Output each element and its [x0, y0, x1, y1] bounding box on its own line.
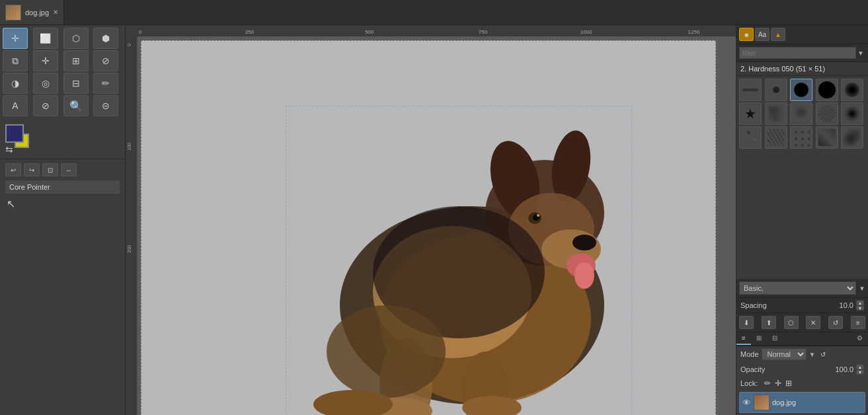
tab-thumbnail — [5, 5, 21, 20]
ruler-h-tick-0: 0 — [139, 29, 141, 35]
opacity-label: Opacity — [740, 365, 835, 373]
brush-name-bar: 2. Hardness 050 (51 × 51) — [736, 62, 868, 76]
ruler-h-inner: 0 250 500 750 1000 1250 — [138, 25, 736, 36]
tool-name-label: Core Pointer — [9, 183, 50, 191]
tool-smudge[interactable]: ⊘ — [93, 50, 118, 71]
filter-bar: ▼ — [736, 44, 868, 62]
canvas — [141, 40, 716, 415]
undo-icon[interactable]: ↩ — [5, 163, 21, 176]
brush-tab-tag[interactable]: ⊟ — [767, 332, 783, 345]
tool-pattern[interactable]: ⊞ — [63, 50, 89, 71]
brush-item-2[interactable] — [765, 79, 787, 101]
brush-tab-grid[interactable]: ⊞ — [751, 332, 767, 345]
canvas-viewport[interactable] — [138, 37, 736, 415]
tool-paths[interactable]: ⊝ — [93, 95, 118, 116]
brush-item-7[interactable] — [765, 102, 787, 125]
opacity-row: Opacity 100.0 ▲ ▼ — [736, 362, 868, 377]
brush-preset-select[interactable]: Basic, — [739, 282, 856, 295]
tab-close-button[interactable]: ✕ — [53, 9, 58, 16]
brush-action-refresh[interactable]: ↺ — [828, 316, 843, 329]
tabs-spacer — [783, 332, 851, 345]
fonts-panel-icon[interactable]: Aa — [755, 28, 769, 41]
lock-paint-icon[interactable]: ✏ — [764, 379, 771, 388]
brush-action-delete[interactable]: ✕ — [806, 316, 820, 329]
top-bar: dog.jpg ✕ — [0, 0, 868, 25]
tool-free-select[interactable]: ⬡ — [63, 28, 89, 49]
foreground-color[interactable] — [5, 124, 24, 143]
tool-text[interactable]: A — [3, 95, 28, 116]
opacity-spinner: ▲ ▼ — [856, 364, 864, 375]
redo-icon[interactable]: ↪ — [24, 163, 40, 176]
layer-visibility-icon[interactable]: 👁 — [742, 398, 751, 408]
brush-action-duplicate[interactable]: ⬡ — [784, 316, 799, 329]
tool-pointer-icon: ↖ — [5, 196, 120, 211]
brush-action-save[interactable]: ⬇ — [739, 316, 754, 329]
expand-icon[interactable]: ↔ — [61, 163, 77, 176]
brushes-panel-icon[interactable]: ■ — [739, 28, 754, 41]
ruler-h-tick-1250: 1250 — [688, 29, 700, 35]
brush-item-10[interactable] — [841, 102, 863, 125]
tool-rect-select[interactable]: ⬜ — [33, 28, 58, 49]
spacing-up-button[interactable]: ▲ — [856, 300, 864, 305]
ruler-h-tick-500: 500 — [365, 29, 374, 35]
layer-item-dog[interactable]: 👁 dog.jpg — [739, 392, 865, 413]
preset-dropdown-icon[interactable]: ▼ — [859, 285, 865, 292]
tool-pencil[interactable]: ✏ — [93, 73, 118, 94]
lock-label: Lock: — [740, 379, 758, 387]
brush-item-11[interactable] — [739, 126, 762, 149]
brush-item-3[interactable] — [790, 79, 812, 101]
ruler-h-tick-1000: 1000 — [580, 29, 592, 35]
brush-item-15[interactable] — [841, 126, 863, 149]
brush-preview-grid[interactable]: ★ — [736, 76, 868, 279]
layer-name-label: dog.jpg — [772, 398, 796, 406]
tool-grid: ✛ ⬜ ⬡ ⬢ ⧉ ✛ ⊞ ⊘ ◑ ◎ ⊟ ✏ A ⊘ 🔍 ⊝ — [0, 25, 125, 119]
brush-item-9[interactable] — [816, 102, 838, 125]
brush-item-4[interactable] — [816, 79, 838, 101]
brush-filter-input[interactable] — [739, 47, 856, 59]
tab-label: dog.jpg — [25, 9, 49, 17]
mode-reset-icon[interactable]: ↺ — [820, 351, 826, 358]
lock-alpha-icon[interactable]: ⊞ — [785, 379, 792, 388]
ruler-vertical: 0 100 200 — [126, 37, 138, 415]
brush-action-new[interactable]: ⬆ — [762, 316, 776, 329]
brush-action-row: ⬇ ⬆ ⬡ ✕ ↺ ≡ — [736, 313, 868, 332]
opacity-up[interactable]: ▲ — [856, 364, 864, 369]
brush-item-1[interactable] — [739, 79, 762, 101]
color-area: ⇆ — [0, 119, 125, 159]
history-icon[interactable]: ⊡ — [42, 163, 58, 176]
ruler-h-tick-250: 250 — [245, 29, 254, 35]
right-panel: ■ Aa ▲ ▼ 2. Hardness 050 (51 × 51) — [736, 25, 868, 415]
tool-eraser[interactable]: ⊟ — [63, 73, 89, 94]
image-tab[interactable]: dog.jpg ✕ — [0, 0, 64, 24]
filter-dropdown-icon[interactable]: ▼ — [856, 50, 865, 57]
tool-move[interactable]: ✛ — [3, 28, 28, 49]
brush-sub-tabs: ≡ ⊞ ⊟ ⚙ — [736, 332, 868, 346]
brush-item-13[interactable] — [790, 126, 812, 149]
mode-dropdown-arrow[interactable]: ▼ — [809, 351, 816, 358]
tool-fuzzy-select[interactable]: ⬢ — [93, 28, 118, 49]
lock-move-icon[interactable]: ✛ — [775, 379, 781, 388]
ruler-v-label-200: 200 — [127, 245, 132, 253]
swap-colors-icon[interactable]: ⇆ — [5, 144, 13, 155]
tool-heal[interactable]: ✛ — [33, 50, 58, 71]
brush-tab-settings[interactable]: ⚙ — [851, 332, 868, 345]
tool-zoom[interactable]: 🔍 — [63, 95, 89, 116]
brush-item-6[interactable]: ★ — [739, 102, 762, 125]
brush-item-14[interactable] — [816, 126, 838, 149]
brush-action-menu[interactable]: ≡ — [851, 316, 865, 329]
layers-panel-icon[interactable]: ▲ — [771, 28, 785, 41]
tool-eyedrop[interactable]: ⊘ — [33, 95, 58, 116]
brush-tab-list[interactable]: ≡ — [736, 332, 751, 345]
brush-item-12[interactable] — [765, 126, 787, 149]
tool-blur[interactable]: ◎ — [33, 73, 58, 94]
tool-crop[interactable]: ⧉ — [3, 50, 28, 71]
brush-name-label: 2. Hardness 050 (51 × 51) — [740, 65, 825, 73]
canvas-area: 0 250 500 750 1000 1250 0 100 200 — [126, 25, 736, 415]
brush-preset-bar: Basic, ▼ — [736, 279, 868, 298]
tool-dodge[interactable]: ◑ — [3, 73, 28, 94]
mode-select[interactable]: Normal Multiply Screen — [762, 348, 807, 360]
spacing-down-button[interactable]: ▼ — [856, 305, 864, 311]
opacity-down[interactable]: ▼ — [856, 369, 864, 375]
brush-item-5[interactable] — [841, 79, 863, 101]
brush-item-8[interactable] — [790, 102, 812, 125]
